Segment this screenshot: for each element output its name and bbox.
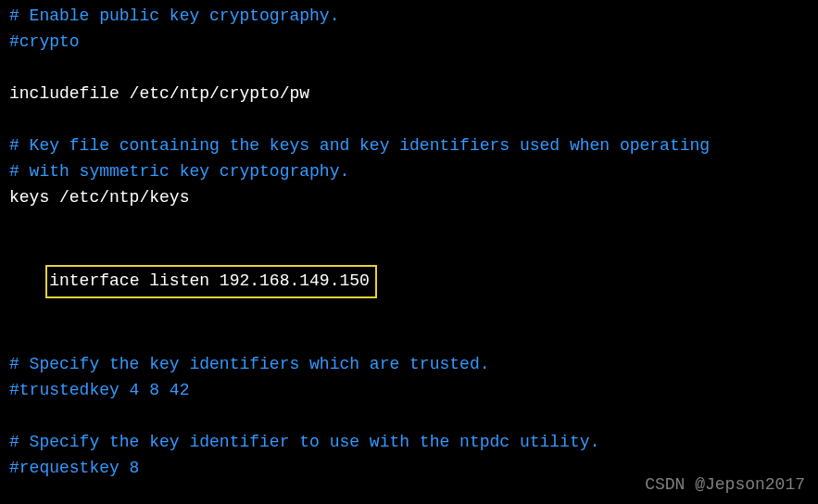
blank-line [9,107,809,133]
terminal-output: # Enable public key cryptography. #crypt… [9,4,809,504]
config-comment: # Specify the key identifiers which are … [9,352,809,378]
highlighted-directive: interface listen 192.168.149.150 [45,265,377,298]
blank-line [9,326,809,352]
highlighted-line-container: interface listen 192.168.149.150 [9,237,809,326]
config-comment: # Specify the key identifier to use with… [9,430,809,456]
config-comment: #trustedkey 4 8 42 [9,378,809,404]
config-directive: includefile /etc/ntp/crypto/pw [9,82,809,107]
config-comment: # Enable public key cryptography. [9,4,809,30]
blank-line [9,404,809,430]
config-comment: # with symmetric key cryptography. [9,159,809,185]
blank-line [9,211,809,237]
config-comment: #crypto [9,30,809,56]
config-comment: # Key file containing the keys and key i… [9,133,809,159]
blank-line [9,56,809,82]
config-directive: keys /etc/ntp/keys [9,185,809,211]
watermark-text: CSDN @Jepson2017 [645,472,805,498]
